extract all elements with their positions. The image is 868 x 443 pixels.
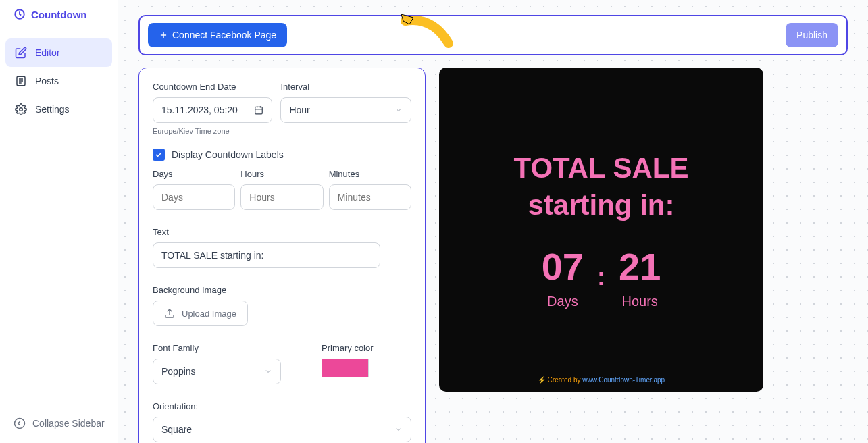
topbar: Connect Facebook Page Publish <box>138 15 848 55</box>
chevron-down-icon <box>264 367 272 375</box>
editor-panel: Countdown End Date 15.11.2023, 05:20 Eur… <box>138 68 426 443</box>
preview-footer: ⚡ Created by www.Countdown-Timer.app <box>538 376 665 384</box>
footer-prefix: ⚡ Created by <box>538 376 582 384</box>
settings-icon <box>15 103 27 115</box>
bg-image-label: Background Image <box>153 285 411 295</box>
svg-point-6 <box>15 419 25 429</box>
connect-facebook-button[interactable]: Connect Facebook Page <box>148 23 287 47</box>
calendar-icon <box>254 105 263 115</box>
font-select[interactable]: Poppins <box>153 359 281 384</box>
editor-icon <box>15 47 27 59</box>
text-label: Text <box>153 227 411 237</box>
text-input[interactable] <box>153 242 380 268</box>
preview-hours-label: Hours <box>619 294 661 309</box>
hours-label: Hours <box>240 169 323 179</box>
app-name: Countdown <box>31 9 86 20</box>
preview-text: TOTAL SALE starting in: <box>486 150 715 224</box>
publish-button[interactable]: Publish <box>786 23 838 47</box>
collapse-sidebar[interactable]: Collapse Sidebar <box>14 417 105 429</box>
timer-separator: : <box>597 263 605 291</box>
chevron-down-icon <box>394 425 403 434</box>
nav-posts[interactable]: Posts <box>5 67 112 95</box>
countdown-icon <box>14 8 26 20</box>
chevron-down-icon <box>394 106 403 114</box>
upload-image-button[interactable]: Upload Image <box>153 301 248 326</box>
color-label: Primary color <box>322 343 411 353</box>
sidebar: Countdown Editor Posts Settings Collapse… <box>0 0 118 443</box>
font-label: Font Family <box>153 343 281 353</box>
orientation-label: Orientation: <box>153 401 411 411</box>
minutes-input[interactable] <box>329 184 411 210</box>
arrow-annotation <box>400 11 467 58</box>
content-area: Countdown End Date 15.11.2023, 05:20 Eur… <box>138 68 848 443</box>
end-date-value: 15.11.2023, 05:20 <box>161 105 238 115</box>
interval-select[interactable]: Hour <box>280 97 411 123</box>
preview-hours: 21 <box>619 244 661 288</box>
preview-timer: 07 Days : 21 Hours <box>542 244 661 309</box>
preview-line2: starting in: <box>513 187 688 224</box>
end-date-label: Countdown End Date <box>153 82 272 92</box>
display-labels-checkbox[interactable] <box>153 149 165 161</box>
publish-label: Publish <box>796 30 827 41</box>
display-labels-text: Display Countdown Labels <box>172 149 284 160</box>
upload-label: Upload Image <box>182 309 236 319</box>
upload-icon <box>164 308 175 319</box>
connect-label: Connect Facebook Page <box>172 30 276 41</box>
svg-rect-9 <box>255 107 263 114</box>
preview-line1: TOTAL SALE <box>513 150 688 187</box>
nav-settings[interactable]: Settings <box>5 95 112 124</box>
interval-label: Interval <box>280 82 411 92</box>
minutes-label: Minutes <box>329 169 411 179</box>
preview-days-label: Days <box>542 294 584 309</box>
collapse-icon <box>14 417 26 429</box>
collapse-label: Collapse Sidebar <box>32 418 105 429</box>
color-picker[interactable] <box>322 359 369 377</box>
plus-icon <box>159 30 168 40</box>
nav-label: Posts <box>35 76 59 86</box>
nav-label: Editor <box>35 47 60 58</box>
posts-icon <box>15 75 27 87</box>
end-date-input[interactable]: 15.11.2023, 05:20 <box>153 97 272 123</box>
check-icon <box>155 151 163 159</box>
app-logo: Countdown <box>0 0 118 28</box>
nav-editor[interactable]: Editor <box>5 38 112 67</box>
nav-list: Editor Posts Settings <box>0 38 118 124</box>
interval-value: Hour <box>289 105 309 115</box>
orientation-value: Square <box>161 424 192 435</box>
days-label: Days <box>153 169 235 179</box>
preview-days: 07 <box>542 244 584 288</box>
days-input[interactable] <box>153 184 235 210</box>
footer-link[interactable]: www.Countdown-Timer.app <box>582 376 665 384</box>
countdown-preview: TOTAL SALE starting in: 07 Days : 21 Hou… <box>439 68 763 392</box>
hours-input[interactable] <box>240 184 323 210</box>
svg-point-5 <box>20 108 23 111</box>
main-content: Connect Facebook Page Publish Countdown … <box>118 0 868 443</box>
orientation-select[interactable]: Square <box>153 417 411 442</box>
font-value: Poppins <box>161 366 196 377</box>
timezone-helper: Europe/Kiev Time zone <box>153 127 272 135</box>
nav-label: Settings <box>35 104 70 115</box>
